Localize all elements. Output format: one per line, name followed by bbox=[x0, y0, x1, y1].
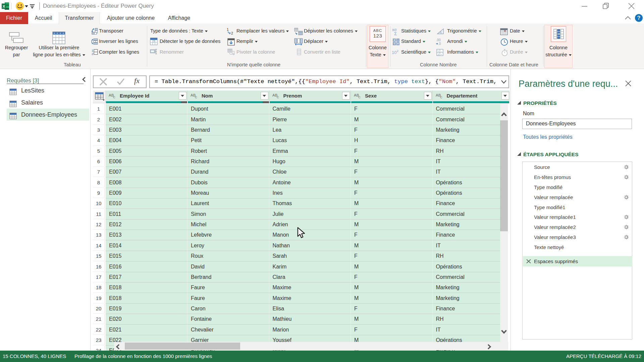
svg-text:C: C bbox=[113, 95, 115, 99]
svg-text:–: – bbox=[441, 50, 442, 53]
svg-text:Σ: Σ bbox=[394, 31, 397, 36]
svg-text:1: 1 bbox=[227, 28, 229, 32]
svg-text:C: C bbox=[277, 95, 279, 99]
svg-text:.0: .0 bbox=[438, 42, 441, 46]
svg-text:2: 2 bbox=[397, 49, 398, 53]
svg-text:3: 3 bbox=[437, 53, 439, 56]
svg-text:1: 1 bbox=[437, 50, 439, 53]
svg-text:C: C bbox=[195, 95, 197, 99]
svg-text:2: 2 bbox=[231, 31, 233, 35]
svg-text:C: C bbox=[440, 95, 442, 99]
svg-text:?: ? bbox=[153, 40, 155, 43]
svg-text:X: X bbox=[3, 4, 5, 8]
svg-text:10: 10 bbox=[392, 50, 396, 55]
svg-text:C: C bbox=[358, 95, 361, 99]
svg-text:+: + bbox=[441, 53, 442, 56]
svg-text:.00: .00 bbox=[436, 38, 441, 42]
svg-text:?: ? bbox=[637, 15, 641, 21]
svg-text:2: 2 bbox=[92, 52, 93, 55]
